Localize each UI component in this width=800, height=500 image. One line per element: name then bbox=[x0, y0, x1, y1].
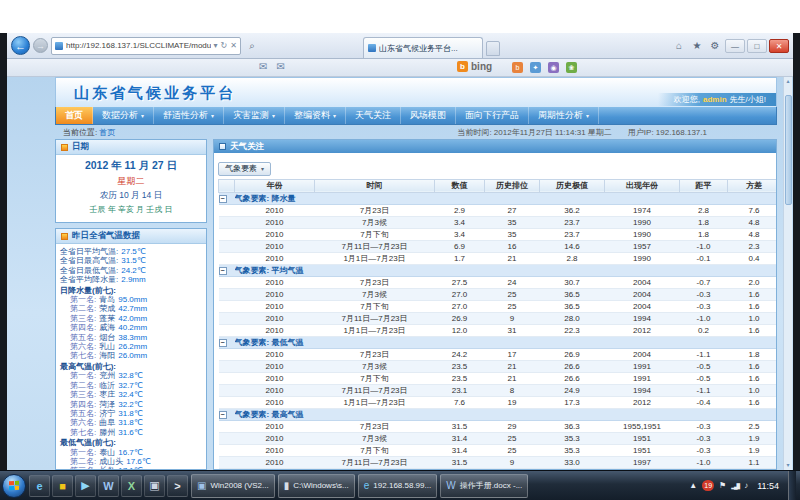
table-row[interactable]: 20101月1日—7月23日1.7212.81990-0.10.4 bbox=[219, 252, 777, 264]
message-icon[interactable]: ✉ bbox=[276, 61, 284, 72]
minimize-button[interactable]: — bbox=[725, 39, 745, 53]
stop-icon[interactable]: ✕ bbox=[230, 41, 237, 50]
taskbar-clock[interactable]: 11:54 bbox=[753, 481, 783, 491]
bing-apps-icon[interactable]: b bbox=[512, 62, 523, 73]
nav-item-数据分析[interactable]: 数据分析▾ bbox=[93, 107, 154, 124]
address-bar[interactable]: http://192.168.137.1/SLCCLIMATE/modules/… bbox=[51, 37, 241, 55]
nav-item-整编资料[interactable]: 整编资料▾ bbox=[285, 107, 346, 124]
table-row[interactable]: 20107月23日31.52936.31955,1951-0.32.5 bbox=[219, 420, 777, 432]
excel-icon[interactable]: X bbox=[121, 475, 142, 497]
table-row[interactable]: 20107月下旬23.52126.61991-0.51.6 bbox=[219, 372, 777, 384]
table-row[interactable]: 20107月3候3.43523.719901.84.8 bbox=[219, 216, 777, 228]
folder-icon[interactable]: ■ bbox=[52, 475, 73, 497]
rank-label: 第三名: bbox=[70, 390, 96, 399]
taskbar-button[interactable]: W操作手册.docx -... bbox=[440, 474, 528, 498]
forward-button[interactable]: → bbox=[33, 38, 48, 53]
table-row[interactable]: 20107月23日24.21726.92004-1.11.8 bbox=[219, 348, 777, 360]
browser-tab[interactable]: 山东省气候业务平台... bbox=[363, 37, 483, 58]
scrollbar-thumb[interactable] bbox=[785, 95, 792, 205]
tools-gear-icon[interactable]: ⚙ bbox=[707, 38, 723, 54]
section-header-row[interactable]: −气象要素: 降水量 bbox=[219, 192, 777, 204]
volume-icon[interactable]: ♪ bbox=[744, 481, 748, 490]
remote-desktop-icon[interactable]: ▣ bbox=[144, 475, 165, 497]
nav-item-舒适性分析[interactable]: 舒适性分析▾ bbox=[154, 107, 224, 124]
calendar-lunar: 农历 10 月 14 日 bbox=[58, 190, 204, 202]
taskbar-button[interactable]: ▮C:\Windows\s... bbox=[278, 474, 355, 498]
orange-bullet-icon bbox=[61, 233, 68, 240]
nav-item-天气关注[interactable]: 天气关注 bbox=[346, 107, 401, 124]
table-row[interactable]: 20107月11日—7月23日26.9928.01994-1.01.0 bbox=[219, 312, 777, 324]
table-row[interactable]: 20107月下旬27.02536.52004-0.31.6 bbox=[219, 300, 777, 312]
share-icon[interactable]: ✦ bbox=[530, 62, 541, 73]
page-scrollbar[interactable]: ▴ ▾ bbox=[783, 77, 792, 470]
table-row[interactable]: 20107月11日—7月23日6.91614.61957-1.02.3 bbox=[219, 240, 777, 252]
table-row[interactable]: 20107月23日27.52430.72004-0.72.0 bbox=[219, 276, 777, 288]
favorites-star-icon[interactable]: ★ bbox=[689, 38, 705, 54]
back-button[interactable]: ← bbox=[11, 36, 30, 55]
table-row[interactable]: 20107月3候23.52126.61991-0.51.6 bbox=[219, 360, 777, 372]
home-icon[interactable]: ⌂ bbox=[671, 38, 687, 54]
weather-icon[interactable]: ❀ bbox=[566, 62, 577, 73]
network-icon[interactable]: ▂▄█ bbox=[731, 483, 739, 489]
breadcrumb-label: 当前位置: bbox=[63, 127, 97, 138]
bing-logo[interactable]: b bing bbox=[457, 61, 492, 72]
rank-label: 第七名: bbox=[70, 351, 96, 360]
breadcrumb[interactable]: 首页 bbox=[99, 127, 115, 138]
nav-item-周期性分析[interactable]: 周期性分析▾ bbox=[529, 107, 599, 124]
collapse-icon[interactable]: − bbox=[219, 411, 227, 419]
element-filter-button[interactable]: 气象要素 ▾ bbox=[218, 162, 271, 176]
table-row[interactable]: 20107月11日—7月23日31.5933.01997-1.01.1 bbox=[219, 456, 777, 468]
scroll-up-icon[interactable]: ▴ bbox=[784, 77, 792, 86]
new-tab-button[interactable] bbox=[486, 41, 500, 56]
nav-item-灾害监测[interactable]: 灾害监测▾ bbox=[224, 107, 285, 124]
taskbar-button[interactable]: e192.168.58.99... bbox=[358, 474, 437, 498]
collapse-icon[interactable]: − bbox=[219, 339, 227, 347]
mail-icon[interactable]: ✉ bbox=[259, 61, 267, 72]
ie-icon: e bbox=[364, 480, 370, 491]
table-row[interactable]: 20101月1日—7月23日7.61917.32012-0.41.6 bbox=[219, 396, 777, 408]
table-row[interactable]: 20107月3候31.42535.31951-0.31.9 bbox=[219, 432, 777, 444]
nav-item-首页[interactable]: 首页 bbox=[56, 107, 93, 124]
table-row[interactable]: 20107月下旬31.42535.31951-0.31.9 bbox=[219, 444, 777, 456]
tray-badge[interactable]: 19 bbox=[702, 480, 714, 491]
table-row[interactable]: 20101月1日—7月23日17.82127.92012-0.21.4 bbox=[219, 468, 777, 469]
scroll-down-icon[interactable]: ▾ bbox=[784, 461, 792, 470]
refresh-icon[interactable]: ↻ bbox=[221, 41, 228, 50]
rank-label: 第五名: bbox=[70, 409, 96, 418]
table-row[interactable]: 20107月23日2.92736.219742.87.6 bbox=[219, 204, 777, 216]
nav-item-风场模图[interactable]: 风场模图 bbox=[401, 107, 456, 124]
camera-icon[interactable]: ◉ bbox=[548, 62, 559, 73]
section-header-row[interactable]: −气象要素: 最高气温 bbox=[219, 408, 777, 420]
start-button[interactable] bbox=[2, 474, 26, 498]
table-row[interactable]: 20107月11日—7月23日23.1824.91994-1.11.0 bbox=[219, 384, 777, 396]
nav-item-面向下行产品[interactable]: 面向下行产品 bbox=[456, 107, 529, 124]
close-button[interactable]: ✕ bbox=[769, 39, 789, 53]
section-header-row[interactable]: −气象要素: 最低气温 bbox=[219, 336, 777, 348]
panel-icon bbox=[219, 143, 226, 150]
collapse-icon[interactable]: − bbox=[219, 267, 227, 275]
terminal-icon[interactable]: > bbox=[167, 475, 188, 497]
taskbar-button[interactable]: ▣Win2008 (VS2... bbox=[191, 474, 275, 498]
word-icon[interactable]: W bbox=[98, 475, 119, 497]
cell: 2004 bbox=[605, 276, 680, 288]
cell: 19 bbox=[485, 396, 540, 408]
search-icon[interactable]: ⌕ bbox=[244, 38, 260, 54]
cell: 1.4 bbox=[728, 468, 777, 469]
show-desktop-button[interactable] bbox=[788, 471, 796, 500]
tray-expand-icon[interactable]: ▲ bbox=[689, 481, 697, 490]
table-row[interactable]: 20101月1日—7月23日12.03122.320120.21.6 bbox=[219, 324, 777, 336]
table-row[interactable]: 20107月下旬3.43523.719901.84.8 bbox=[219, 228, 777, 240]
ie-icon[interactable]: e bbox=[29, 475, 50, 497]
rank-label: 第三名: bbox=[70, 314, 96, 323]
collapse-icon[interactable]: − bbox=[219, 195, 227, 203]
table-row[interactable]: 20107月3候27.02536.52004-0.31.6 bbox=[219, 288, 777, 300]
cell: -0.7 bbox=[680, 276, 728, 288]
flag-icon[interactable]: ⚑ bbox=[719, 481, 726, 490]
section-header-row[interactable]: −气象要素: 平均气温 bbox=[219, 264, 777, 276]
station-name: 蓬莱 bbox=[99, 314, 115, 323]
maximize-button[interactable]: □ bbox=[747, 39, 767, 53]
media-player-icon[interactable]: ▶ bbox=[75, 475, 96, 497]
cell: 2010 bbox=[235, 396, 315, 408]
chevron-down-icon[interactable]: ▾ bbox=[214, 41, 218, 50]
weather-value: 38.3mm bbox=[118, 333, 147, 342]
